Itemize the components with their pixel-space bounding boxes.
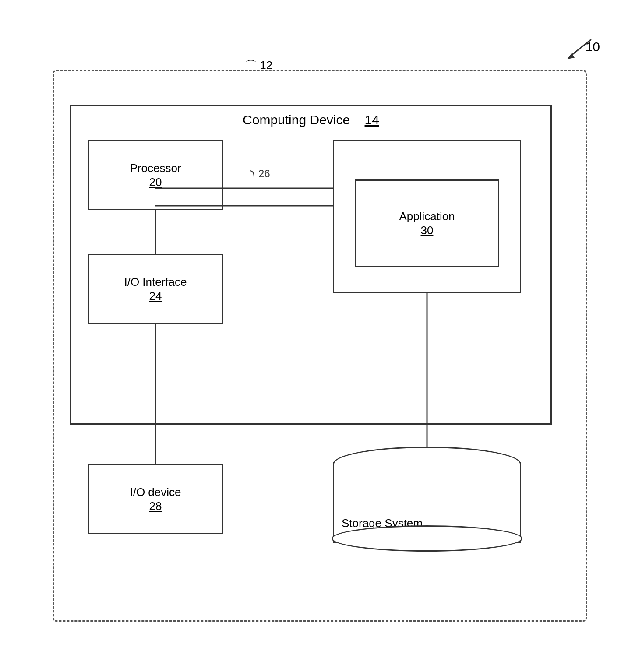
application-box: Application 30 (355, 179, 499, 267)
processor-ref: 20 (149, 176, 162, 189)
svg-line-0 (569, 39, 591, 57)
io-interface-ref: 24 (149, 289, 162, 303)
computing-device-label: Computing Device 14 (243, 113, 379, 127)
io-device-ref: 28 (149, 500, 162, 513)
io-device-box: I/O device 28 (88, 464, 223, 534)
application-ref: 30 (421, 224, 434, 237)
io-device-label: I/O device (130, 485, 181, 500)
processor-label: Processor (130, 161, 181, 176)
io-interface-label: I/O Interface (124, 275, 187, 290)
application-label: Application (399, 209, 455, 224)
processor-box: Processor 20 (88, 140, 223, 210)
storage-cylinder (333, 447, 521, 560)
arrow-10-icon (552, 35, 604, 70)
cylinder-bottom (332, 525, 522, 552)
io-interface-box: I/O Interface 24 (88, 254, 223, 324)
